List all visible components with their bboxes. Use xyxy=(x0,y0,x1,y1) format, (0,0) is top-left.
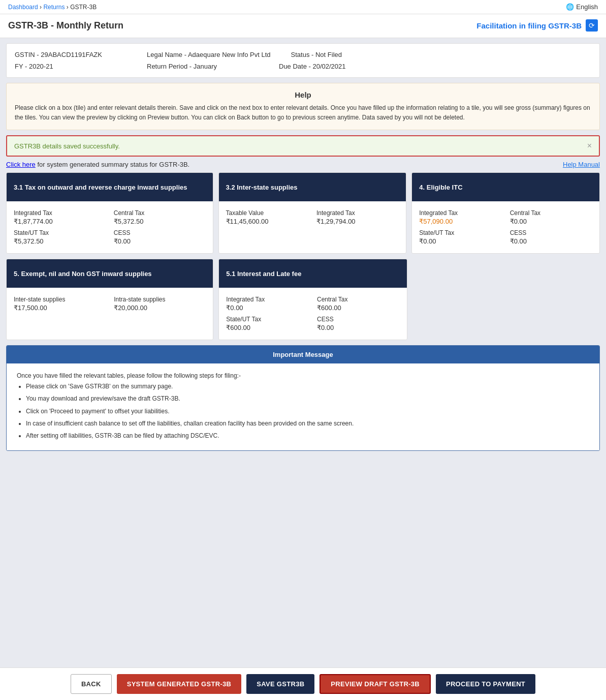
tile-5-1-header: 5.1 Interest and Late fee xyxy=(219,259,406,288)
success-banner: GSTR3B details saved successfully. × xyxy=(6,135,600,157)
success-message: GSTR3B details saved successfully. xyxy=(14,142,120,150)
important-message-body: Once you have filled the relevant tables… xyxy=(7,363,599,450)
breadcrumb: Dashboard › Returns › GSTR-3B xyxy=(8,4,97,11)
tile-4-value-3: ₹0.00 xyxy=(510,237,592,245)
breadcrumb-returns[interactable]: Returns xyxy=(43,4,65,11)
tile-3-1-value-0: ₹1,87,774.00 xyxy=(14,218,106,225)
important-message-box: Important Message Once you have filled t… xyxy=(6,345,600,450)
help-box: Help Please click on a box (tile) and en… xyxy=(6,83,600,130)
tile-5-label-1: Intra-state supplies xyxy=(114,296,206,303)
tile-3-1[interactable]: 3.1 Tax on outward and reverse charge in… xyxy=(6,172,213,254)
tile-3-1-value-1: ₹5,372.50 xyxy=(114,218,206,225)
important-message-item-4: After setting off liabilities, GSTR-3B c… xyxy=(26,431,589,441)
due-date-info: Due Date - 20/02/2021 xyxy=(279,63,391,70)
language-selector[interactable]: 🌐 English xyxy=(566,3,598,11)
tile-3-1-label-1: Central Tax xyxy=(114,209,206,217)
tile-4-header: 4. Eligible ITC xyxy=(412,173,599,201)
tile-3-2-header: 3.2 Inter-state supplies xyxy=(219,173,406,201)
return-period-info: Return Period - January xyxy=(147,63,259,70)
tile-5-value-0: ₹17,500.00 xyxy=(14,304,106,312)
important-message-item-2: Click on 'Proceed to payment' to offset … xyxy=(26,406,589,416)
help-title: Help xyxy=(15,90,591,99)
tile-4-label-3: CESS xyxy=(510,229,592,236)
legal-name-info: Legal Name - Adaequare New Info Pvt Ltd xyxy=(147,51,271,58)
help-manual-link[interactable]: Help Manual xyxy=(563,161,600,168)
page-header: GSTR-3B - Monthly Return Facilitation in… xyxy=(0,14,606,38)
breadcrumb-current: GSTR-3B xyxy=(70,4,97,11)
tile-3-1-label-2: State/UT Tax xyxy=(14,229,106,236)
tile-5-1-value-1: ₹600.00 xyxy=(317,304,400,312)
tile-3-1-header: 3.1 Tax on outward and reverse charge in… xyxy=(7,173,213,201)
tile-3-1-label-3: CESS xyxy=(114,229,206,236)
important-message-item-0: Please click on 'Save GSTR3B' on the sum… xyxy=(26,381,589,391)
click-here-suffix: for system generated summary status for … xyxy=(36,161,189,168)
breadcrumb-dashboard[interactable]: Dashboard xyxy=(8,4,38,11)
tile-3-2-label-1: Integrated Tax xyxy=(316,209,399,217)
help-text: Please click on a box (tile) and enter r… xyxy=(15,103,591,123)
tile-4-value-1: ₹0.00 xyxy=(510,218,592,225)
tile-3-2-label-0: Taxable Value xyxy=(226,209,308,217)
close-banner-button[interactable]: × xyxy=(587,141,592,150)
facilitation-link[interactable]: Facilitation in filing GSTR-3B xyxy=(476,21,582,30)
important-message-item-3: In case of insufficient cash balance to … xyxy=(26,418,589,429)
tile-5-label-0: Inter-state supplies xyxy=(14,296,106,303)
gstin-info: GSTIN - 29ABACD1191FAZK xyxy=(15,51,126,58)
tiles-section: 3.1 Tax on outward and reverse charge in… xyxy=(6,172,600,340)
tile-4-value-0: ₹57,090.00 xyxy=(419,218,501,225)
status-info: Status - Not Filed xyxy=(291,51,403,58)
refresh-button[interactable]: ⟳ xyxy=(586,19,598,32)
tile-5-header: 5. Exempt, nil and Non GST inward suppli… xyxy=(7,259,213,288)
tile-4-label-1: Central Tax xyxy=(510,209,592,217)
important-message-intro: Once you have filled the relevant tables… xyxy=(17,371,589,381)
tile-3-1-label-0: Integrated Tax xyxy=(14,209,106,217)
tile-4-body: Integrated Tax ₹57,090.00 Central Tax ₹0… xyxy=(412,201,599,253)
globe-icon: 🌐 xyxy=(566,3,574,11)
tile-5-1-value-3: ₹0.00 xyxy=(317,324,400,331)
fy-info: FY - 2020-21 xyxy=(15,63,126,70)
tile-5-1-value-2: ₹600.00 xyxy=(226,324,309,331)
tile-3-1-value-2: ₹5,372.50 xyxy=(14,237,106,245)
tile-4-label-0: Integrated Tax xyxy=(419,209,501,217)
tile-4[interactable]: 4. Eligible ITC Integrated Tax ₹57,090.0… xyxy=(411,172,600,254)
tile-5-1-value-0: ₹0.00 xyxy=(226,304,309,312)
tiles-row-1: 3.1 Tax on outward and reverse charge in… xyxy=(6,172,600,254)
important-message-list: Please click on 'Save GSTR3B' on the sum… xyxy=(26,381,589,441)
system-summary-link-row: Click here for system generated summary … xyxy=(6,161,189,168)
info-box: GSTIN - 29ABACD1191FAZK Legal Name - Ada… xyxy=(6,43,600,78)
tile-3-2[interactable]: 3.2 Inter-state supplies Taxable Value ₹… xyxy=(218,172,407,254)
tile-3-1-body: Integrated Tax ₹1,87,774.00 Central Tax … xyxy=(7,201,213,253)
tile-5-body: Inter-state supplies ₹17,500.00 Intra-st… xyxy=(7,288,213,320)
tile-5[interactable]: 5. Exempt, nil and Non GST inward suppli… xyxy=(6,259,213,340)
tile-3-2-value-0: ₹11,45,600.00 xyxy=(226,218,308,225)
tile-5-1-label-2: State/UT Tax xyxy=(226,316,309,323)
tile-5-1[interactable]: 5.1 Interest and Late fee Integrated Tax… xyxy=(218,259,407,340)
tile-5-1-label-3: CESS xyxy=(317,316,400,323)
empty-tile-placeholder xyxy=(412,259,600,340)
important-message-header: Important Message xyxy=(7,346,599,363)
links-row: Click here for system generated summary … xyxy=(6,161,600,168)
tile-4-value-2: ₹0.00 xyxy=(419,237,501,245)
important-message-item-1: You may download and preview/save the dr… xyxy=(26,393,589,404)
tile-5-value-1: ₹20,000.00 xyxy=(114,304,206,312)
tile-3-2-value-1: ₹1,29,794.00 xyxy=(316,218,399,225)
language-label: English xyxy=(576,3,598,11)
click-here-link[interactable]: Click here xyxy=(6,161,36,168)
tile-5-1-label-1: Central Tax xyxy=(317,296,400,303)
tile-4-label-2: State/UT Tax xyxy=(419,229,501,236)
page-title: GSTR-3B - Monthly Return xyxy=(8,20,123,31)
tiles-row-2: 5. Exempt, nil and Non GST inward suppli… xyxy=(6,259,600,340)
tile-3-1-value-3: ₹0.00 xyxy=(114,237,206,245)
top-bar: Dashboard › Returns › GSTR-3B 🌐 English xyxy=(0,0,606,14)
tile-5-1-label-0: Integrated Tax xyxy=(226,296,309,303)
tile-3-2-body: Taxable Value ₹11,45,600.00 Integrated T… xyxy=(219,201,406,233)
tile-5-1-body: Integrated Tax ₹0.00 Central Tax ₹600.00… xyxy=(219,288,406,340)
